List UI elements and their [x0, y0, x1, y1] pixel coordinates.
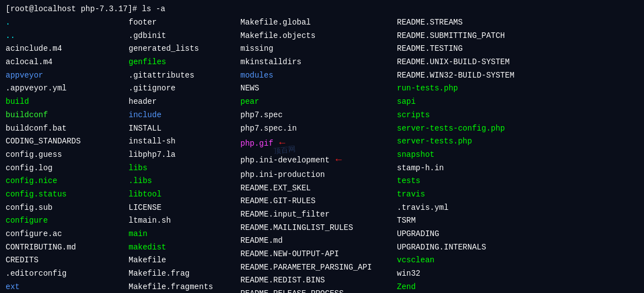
list-item: config.guess: [6, 149, 129, 161]
prompt-line: [root@localhost php-7.3.17]# ls -a: [6, 4, 638, 13]
list-item: buildconf: [6, 109, 129, 122]
list-item: config.log: [6, 162, 129, 175]
list-item: modules: [240, 70, 397, 82]
list-item: appveyor: [6, 70, 129, 82]
list-item: mkinstalldirs: [240, 56, 397, 69]
list-item: run-tests.php: [397, 83, 638, 95]
list-item: header: [129, 96, 240, 108]
list-item: Makefile: [129, 254, 240, 267]
list-item: .gdbinit: [129, 30, 240, 42]
list-item: CREDITS: [6, 254, 129, 267]
list-item: README.PARAMETER_PARSING_API: [240, 262, 397, 274]
list-item: Makefile.frag: [129, 268, 240, 280]
list-item: UPGRADING.INTERNALS: [397, 242, 638, 254]
list-item: CONTRIBUTING.md: [6, 242, 129, 254]
list-item: configure: [6, 215, 129, 227]
list-item: README.EXT_SKEL: [240, 182, 397, 195]
list-item: stamp-h.in: [397, 162, 638, 175]
list-item: acinclude.m4: [6, 43, 129, 55]
list-item: .appveyor.yml: [6, 83, 129, 95]
arrow-icon: ←: [330, 154, 342, 165]
list-item: travis: [397, 189, 638, 201]
list-item: php.ini-development ←: [240, 152, 397, 168]
list-item: server-tests.php: [397, 136, 638, 148]
list-item: INSTALL: [129, 123, 240, 135]
list-item: generated_lists: [129, 43, 240, 55]
list-item: ..: [6, 30, 129, 42]
list-item: README.input_filter: [240, 209, 397, 221]
list-item: Makefile.fragments: [129, 281, 240, 293]
list-item: README.MAILINGLIST_RULES: [240, 222, 397, 234]
list-item: CODING_STANDARDS: [6, 136, 129, 148]
list-item: .: [6, 17, 129, 29]
list-item: libs: [129, 162, 240, 175]
column-3: README.STREAMSREADME.SUBMITTING_PATCHREA…: [397, 17, 638, 293]
list-item: README.WIN32-BUILD-SYSTEM: [397, 70, 638, 82]
list-item: include: [129, 109, 240, 122]
list-item: php7.spec.in: [240, 123, 397, 135]
list-item: server-tests-config.php: [397, 123, 638, 135]
prompt-text: [root@localhost php-7.3.17]# ls -a: [6, 4, 165, 13]
list-item: README.TESTING: [397, 43, 638, 55]
list-item: php.ini-production: [240, 169, 397, 181]
list-item: vcsclean: [397, 254, 638, 267]
list-item: .editorconfig: [6, 268, 129, 280]
list-item: README.GIT-RULES: [240, 195, 397, 208]
list-item: LICENSE: [129, 202, 240, 214]
list-item: NEWS: [240, 83, 397, 95]
list-item: php7.spec: [240, 109, 397, 122]
list-item: Zend: [397, 281, 638, 293]
list-item: build: [6, 96, 129, 108]
list-item: README.UNIX-BUILD-SYSTEM: [397, 56, 638, 69]
list-item: README.RELEASE_PROCESS: [240, 288, 397, 293]
list-item: UPGRADING: [397, 228, 638, 241]
list-item: tests: [397, 175, 638, 188]
list-item: main: [129, 228, 240, 241]
list-item: footer: [129, 17, 240, 29]
list-item: README.REDIST.BINS: [240, 275, 397, 287]
list-item: sapi: [397, 96, 638, 108]
list-item: config.sub: [6, 202, 129, 214]
terminal: [root@localhost php-7.3.17]# ls -a ...ac…: [6, 4, 638, 293]
list-item: php.gif ←: [240, 136, 397, 151]
list-item: .gitattributes: [129, 70, 240, 82]
list-item: config.nice: [6, 175, 129, 188]
list-item: ext: [6, 281, 129, 293]
list-item: README.md: [240, 235, 397, 247]
list-item: snapshot: [397, 149, 638, 161]
list-item: install-sh: [129, 136, 240, 148]
list-item: configure.ac: [6, 228, 129, 241]
list-item: missing: [240, 43, 397, 55]
list-item: Makefile.objects: [240, 30, 397, 42]
list-item: libtool: [129, 189, 240, 201]
list-item: README.SUBMITTING_PATCH: [397, 30, 638, 42]
list-item: .travis.yml: [397, 202, 638, 214]
list-item: .gitignore: [129, 83, 240, 95]
column-0: ...acinclude.m4aclocal.m4appveyor.appvey…: [6, 17, 129, 293]
list-item: TSRM: [397, 215, 638, 227]
list-item: buildconf.bat: [6, 123, 129, 135]
list-item: win32: [397, 268, 638, 280]
list-item: aclocal.m4: [6, 56, 129, 69]
list-item: README.STREAMS: [397, 17, 638, 29]
list-item: README.NEW-OUTPUT-API: [240, 248, 397, 261]
ls-output: ...acinclude.m4aclocal.m4appveyor.appvey…: [6, 17, 638, 293]
column-2: Makefile.globalMakefile.objectsmissingmk…: [240, 17, 397, 293]
list-item: config.status: [6, 189, 129, 201]
list-item: scripts: [397, 109, 638, 122]
list-item: .libs: [129, 175, 240, 188]
list-item: libphp7.la: [129, 149, 240, 161]
list-item: pear: [240, 96, 397, 108]
column-1: footer.gdbinitgenerated_listsgenfiles.gi…: [129, 17, 240, 293]
arrow-icon: ←: [273, 137, 286, 148]
list-item: Makefile.global: [240, 17, 397, 29]
list-item: ltmain.sh: [129, 215, 240, 227]
list-item: makedist: [129, 242, 240, 254]
list-item: genfiles: [129, 56, 240, 69]
